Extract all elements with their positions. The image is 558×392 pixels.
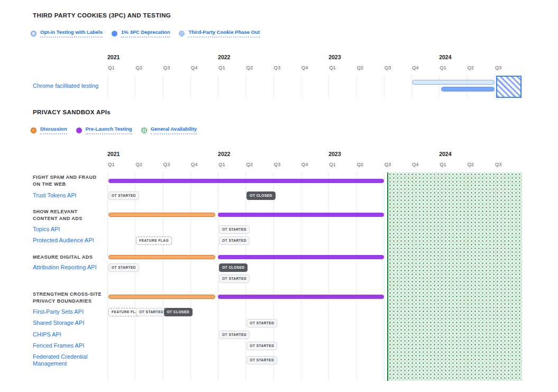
- legend-apis: Discussion Pre-Launch Testing General Av…: [31, 126, 197, 134]
- quarter-label: Q1: [108, 65, 115, 70]
- legend-3pc: Opt-in Testing with Labels 1% 3PC Deprec…: [31, 29, 260, 38]
- legend-item-1pc-deprecation[interactable]: 1% 3PC Deprecation: [112, 29, 170, 38]
- status-badge: OT STARTED: [246, 356, 277, 364]
- legend-label[interactable]: General Availability: [151, 126, 197, 134]
- api-link[interactable]: Fenced Frames API: [33, 342, 107, 349]
- quarter-label: Q4: [412, 161, 419, 167]
- quarter-label: Q1: [108, 161, 115, 167]
- year-label: 2022: [218, 151, 230, 157]
- legend-label[interactable]: Opt-in Testing with Labels: [40, 29, 103, 38]
- phase-bar-purple: [218, 213, 384, 217]
- quarter-label: Q2: [135, 161, 142, 167]
- timeline-row-label-chrome-facilitated-testing[interactable]: Chrome facilitated testing: [33, 83, 98, 89]
- group-label: MEASURE DIGITAL ADS: [33, 254, 117, 261]
- legend-label[interactable]: 1% 3PC Deprecation: [121, 29, 170, 38]
- year-label: 2024: [439, 151, 451, 157]
- api-link[interactable]: Topics API: [33, 226, 107, 233]
- status-badge: OT STARTED: [219, 225, 250, 234]
- status-badge: OT STARTED: [108, 263, 139, 272]
- legend-item-prelaunch-testing[interactable]: Pre-Launch Testing: [76, 126, 132, 134]
- status-badge: OT CLOSED: [246, 192, 275, 200]
- status-badge: OT STARTED: [246, 319, 277, 327]
- year-label: 2024: [439, 54, 451, 60]
- api-link[interactable]: Trust Tokens API: [33, 192, 107, 199]
- quarter-label: Q1: [440, 161, 446, 167]
- phase-bar-purple: [218, 295, 384, 299]
- discussion-swatch-icon: [31, 127, 36, 133]
- group-label: STRENGTHEN CROSS-SITE PRIVACY BOUNDARIES: [33, 291, 117, 305]
- year-label: 2021: [107, 151, 120, 157]
- section-title-3pc: THIRD PARTY COOKIES (3PC) AND TESTING: [33, 12, 171, 19]
- quarter-label: Q2: [356, 161, 363, 167]
- quarter-label: Q3: [385, 65, 391, 70]
- quarter-label: Q4: [301, 65, 308, 70]
- quarter-label: Q2: [246, 161, 253, 167]
- quarter-label: Q2: [356, 65, 363, 70]
- phase-bar-orange: [108, 295, 215, 299]
- legend-label[interactable]: Discussion: [40, 126, 67, 134]
- quarter-label: Q2: [467, 65, 474, 70]
- quarter-label: Q3: [274, 161, 281, 167]
- quarter-label: Q2: [135, 65, 142, 70]
- status-badge: OT STARTED: [219, 275, 250, 283]
- general-availability-region: [387, 172, 522, 381]
- api-link[interactable]: Protected Audience API: [33, 237, 107, 244]
- deprecation-swatch-icon: [112, 31, 117, 37]
- phase-bar-purple: [218, 255, 384, 259]
- api-link[interactable]: CHIPS API: [33, 331, 107, 338]
- legend-label[interactable]: Third-Party Cookie Phase Out: [188, 29, 260, 38]
- api-link[interactable]: Shared Storage API: [33, 320, 107, 326]
- year-label: 2023: [328, 54, 341, 60]
- quarter-label: Q2: [467, 161, 474, 167]
- quarter-label: Q1: [218, 161, 225, 167]
- timeline-bar-blue-hatched: [496, 76, 522, 98]
- quarter-label: Q2: [246, 65, 253, 70]
- phase-bar-orange: [108, 255, 215, 259]
- status-badge: OT CLOSED: [219, 263, 248, 272]
- legend-item-opt-in-testing[interactable]: Opt-in Testing with Labels: [31, 29, 103, 38]
- api-link[interactable]: Attribution Reporting API: [33, 264, 107, 271]
- quarter-label: Q3: [163, 161, 170, 167]
- timeline-grid-3pc: [107, 75, 522, 98]
- status-badge: OT STARTED: [108, 192, 139, 200]
- status-badge: OT CLOSED: [164, 308, 193, 316]
- quarter-label: Q3: [163, 65, 170, 70]
- legend-item-phase-out[interactable]: Third-Party Cookie Phase Out: [179, 29, 260, 38]
- status-badge: OT STARTED: [246, 342, 277, 350]
- quarter-label: Q3: [274, 65, 281, 70]
- group-label: FIGHT SPAM AND FRAUD ON THE WEB: [33, 174, 117, 188]
- year-label: 2021: [107, 54, 120, 60]
- quarter-label: Q4: [191, 65, 198, 70]
- general-availability-swatch-icon: [141, 127, 147, 133]
- quarter-label: Q1: [329, 161, 336, 167]
- phase-out-swatch-icon: [179, 31, 185, 37]
- year-label: 2023: [328, 151, 341, 157]
- legend-label[interactable]: Pre-Launch Testing: [86, 126, 132, 134]
- quarter-label: Q3: [495, 161, 502, 167]
- phase-bar-orange: [108, 213, 215, 217]
- timeline-bar-blue-outline: [412, 80, 495, 85]
- api-link[interactable]: First-Party Sets API: [33, 308, 107, 315]
- quarter-label: Q4: [301, 161, 308, 167]
- status-badge: OT STARTED: [136, 308, 167, 316]
- quarter-label: Q4: [412, 65, 419, 70]
- quarter-label: Q3: [495, 65, 502, 70]
- phase-bar-purple: [108, 179, 384, 183]
- privacy-sandbox-timeline-page: THIRD PARTY COOKIES (3PC) AND TESTING Op…: [0, 0, 558, 392]
- section-title-apis: PRIVACY SANDBOX APIs: [33, 109, 111, 115]
- legend-item-discussion[interactable]: Discussion: [31, 126, 67, 134]
- status-badge: OT STARTED: [219, 236, 250, 245]
- prelaunch-swatch-icon: [76, 127, 82, 133]
- quarter-label: Q1: [440, 65, 446, 70]
- group-label: SHOW RELEVANT CONTENT AND ADS: [33, 208, 117, 222]
- timeline-bar-blue-solid: [441, 87, 495, 92]
- quarter-label: Q1: [218, 65, 225, 70]
- legend-item-general-availability[interactable]: General Availability: [141, 126, 197, 134]
- status-badge: FEATURE FLAG: [136, 236, 172, 245]
- quarter-label: Q4: [191, 161, 198, 167]
- quarter-label: Q1: [329, 65, 336, 70]
- quarter-label: Q3: [385, 161, 391, 167]
- year-label: 2022: [218, 54, 230, 60]
- api-link[interactable]: Federated Credential Management: [33, 353, 107, 367]
- opt-in-testing-swatch-icon: [31, 31, 36, 37]
